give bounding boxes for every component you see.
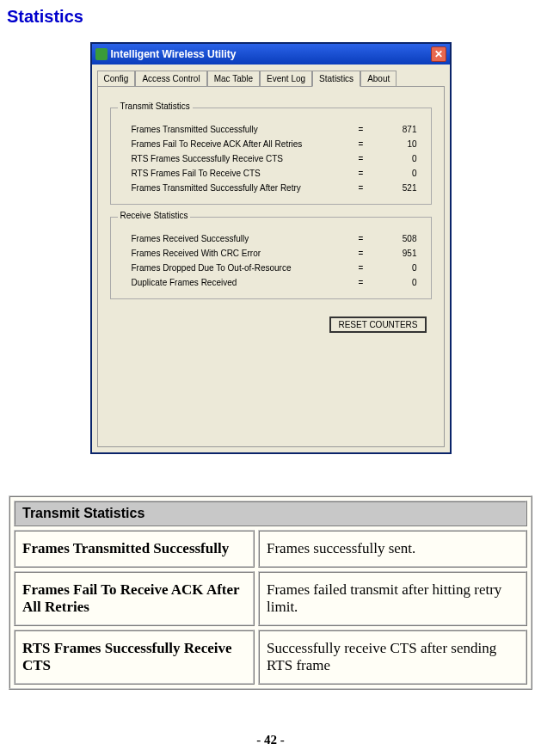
stat-label: Duplicate Frames Received: [132, 278, 348, 287]
stat-value: 0: [374, 169, 417, 178]
titlebar: Intelligent Wireless Utility ✕: [92, 44, 450, 65]
page-number: - 42 -: [0, 733, 541, 747]
stat-value: 871: [374, 125, 417, 134]
stat-row: Duplicate Frames Received=0: [116, 275, 426, 290]
stat-value: 10: [374, 139, 417, 149]
transmit-group-title: Transmit Statistics: [118, 101, 193, 111]
tab-event-log[interactable]: Event Log: [260, 71, 312, 87]
stat-label: Frames Transmitted Successfully After Re…: [132, 183, 348, 193]
stat-label: Frames Fail To Receive ACK After All Ret…: [132, 139, 348, 149]
equals-icon: =: [348, 125, 374, 134]
stat-value: 521: [374, 183, 417, 193]
equals-icon: =: [348, 263, 374, 273]
page-title: Statistics: [0, 0, 541, 27]
tab-access-control[interactable]: Access Control: [135, 71, 206, 87]
stat-value: 508: [374, 234, 417, 243]
receive-group: Receive Statistics Frames Received Succe…: [110, 217, 432, 299]
stat-row: Frames Fail To Receive ACK After All Ret…: [116, 137, 426, 151]
tab-config[interactable]: Config: [97, 71, 136, 87]
app-window: Intelligent Wireless Utility ✕ Config Ac…: [90, 42, 452, 454]
equals-icon: =: [348, 169, 374, 178]
stat-row: RTS Frames Successfully Receive CTS=0: [116, 151, 426, 166]
close-icon[interactable]: ✕: [431, 46, 446, 62]
stat-label: Frames Received Successfully: [132, 234, 348, 243]
stat-value: 951: [374, 249, 417, 258]
term-cell: Frames Transmitted Successfully: [14, 530, 255, 568]
equals-icon: =: [348, 234, 374, 243]
app-icon: [95, 48, 108, 60]
tabs: Config Access Control Mac Table Event Lo…: [92, 65, 450, 86]
window-title: Intelligent Wireless Utility: [111, 48, 427, 60]
definitions-table: Transmit Statistics Frames Transmitted S…: [9, 495, 532, 690]
tab-about[interactable]: About: [360, 71, 397, 87]
table-row: Frames Transmitted Successfully Frames s…: [14, 530, 527, 568]
stat-label: Frames Dropped Due To Out-of-Resource: [132, 263, 348, 273]
table-row: RTS Frames Successfully Receive CTS Succ…: [14, 630, 527, 685]
tab-statistics[interactable]: Statistics: [312, 71, 360, 87]
stat-value: 0: [374, 278, 417, 287]
equals-icon: =: [348, 183, 374, 193]
stat-row: Frames Dropped Due To Out-of-Resource=0: [116, 261, 426, 275]
stat-row: Frames Received Successfully=508: [116, 231, 426, 246]
stat-value: 0: [374, 154, 417, 163]
stat-row: Frames Transmitted Successfully After Re…: [116, 181, 426, 195]
table-row: Frames Fail To Receive ACK After All Ret…: [14, 571, 527, 626]
desc-cell: Frames failed transmit after hitting ret…: [258, 571, 527, 626]
stat-row: Frames Transmitted Successfully=871: [116, 122, 426, 137]
receive-group-title: Receive Statistics: [118, 211, 191, 220]
tab-content: Transmit Statistics Frames Transmitted S…: [97, 86, 445, 447]
stat-label: Frames Received With CRC Error: [132, 249, 348, 258]
reset-counters-button[interactable]: RESET COUNTERS: [329, 317, 426, 333]
stat-row: RTS Frames Fail To Receive CTS=0: [116, 166, 426, 181]
stat-label: Frames Transmitted Successfully: [132, 125, 348, 134]
definitions-header: Transmit Statistics: [14, 501, 527, 526]
stat-label: RTS Frames Successfully Receive CTS: [132, 154, 348, 163]
stat-row: Frames Received With CRC Error=951: [116, 246, 426, 261]
term-cell: RTS Frames Successfully Receive CTS: [14, 630, 255, 685]
stat-label: RTS Frames Fail To Receive CTS: [132, 169, 348, 178]
desc-cell: Successfully receive CTS after sending R…: [258, 630, 527, 685]
transmit-group: Transmit Statistics Frames Transmitted S…: [110, 108, 432, 205]
equals-icon: =: [348, 139, 374, 149]
stat-value: 0: [374, 263, 417, 273]
term-cell: Frames Fail To Receive ACK After All Ret…: [14, 571, 255, 626]
equals-icon: =: [348, 278, 374, 287]
desc-cell: Frames successfully sent.: [258, 530, 527, 568]
equals-icon: =: [348, 249, 374, 258]
equals-icon: =: [348, 154, 374, 163]
tab-mac-table[interactable]: Mac Table: [207, 71, 260, 87]
